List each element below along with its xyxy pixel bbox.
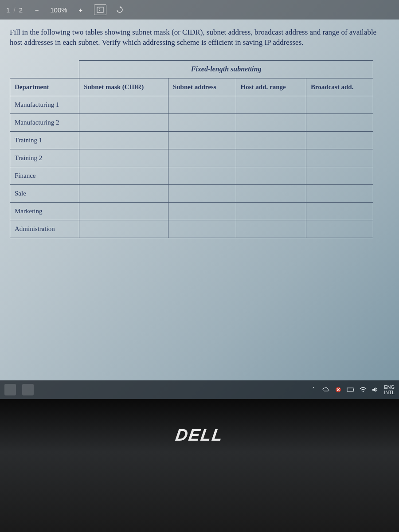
page-separator: / xyxy=(14,6,16,14)
laptop-bezel: DELL xyxy=(0,399,399,532)
cell-broadcast xyxy=(306,202,373,220)
cell-addr xyxy=(168,113,236,131)
cell-addr xyxy=(168,184,236,202)
cell-broadcast xyxy=(306,131,373,149)
rotate-icon xyxy=(116,6,124,14)
lang-bottom: INTL xyxy=(384,390,395,395)
cell-hostrange xyxy=(236,131,306,149)
table-row: Training 1 xyxy=(10,131,373,149)
tray-status-icon[interactable] xyxy=(334,386,342,394)
onedrive-icon[interactable] xyxy=(322,386,330,394)
cell-addr xyxy=(168,202,236,220)
cell-mask xyxy=(79,167,168,184)
fit-page-button[interactable] xyxy=(94,4,106,15)
cell-broadcast xyxy=(306,220,373,238)
cell-addr xyxy=(168,167,236,184)
header-subnet-mask: Subnet mask (CIDR) xyxy=(79,78,168,96)
cell-addr xyxy=(168,220,236,238)
cell-addr xyxy=(168,149,236,167)
instruction-text: Fill in the following two tables showing… xyxy=(10,27,387,48)
taskbar-app-icon[interactable] xyxy=(22,384,34,395)
dell-logo: DELL xyxy=(174,426,224,445)
svg-rect-0 xyxy=(97,7,103,12)
header-department: Department xyxy=(10,78,79,96)
taskbar-app-icon[interactable] xyxy=(4,384,16,395)
cell-mask xyxy=(79,149,168,167)
cell-hostrange xyxy=(236,113,306,131)
cell-hostrange xyxy=(236,149,306,167)
svg-point-6 xyxy=(363,391,364,392)
cell-department: Sale xyxy=(10,184,79,202)
cell-department: Training 1 xyxy=(10,131,79,149)
cell-hostrange xyxy=(236,184,306,202)
page-indicator: 1 / 2 xyxy=(6,6,23,14)
screen: 1 / 2 − 100% + Fill in the following two… xyxy=(0,0,399,399)
table-row: Sale xyxy=(10,184,373,202)
zoom-level: 100% xyxy=(50,6,67,14)
table-title: Fixed-length subnetting xyxy=(79,60,373,78)
cell-broadcast xyxy=(306,167,373,184)
table-row: Manufacturing 1 xyxy=(10,96,373,113)
volume-icon[interactable] xyxy=(372,386,379,394)
cell-hostrange xyxy=(236,202,306,220)
cell-hostrange xyxy=(236,96,306,113)
subnet-table: Fixed-length subnetting Department Subne… xyxy=(10,60,373,238)
header-broadcast: Broadcast add. xyxy=(306,78,373,96)
cell-broadcast xyxy=(306,184,373,202)
cell-department: Finance xyxy=(10,167,79,184)
table-corner-blank xyxy=(10,60,79,78)
cell-hostrange xyxy=(236,220,306,238)
svg-point-1 xyxy=(99,8,100,9)
cell-department: Manufacturing 2 xyxy=(10,113,79,131)
fit-page-icon xyxy=(97,7,104,13)
svg-rect-4 xyxy=(347,388,353,391)
zoom-in-button[interactable]: + xyxy=(75,4,86,15)
cell-broadcast xyxy=(306,149,373,167)
cell-addr xyxy=(168,131,236,149)
cell-broadcast xyxy=(306,96,373,113)
cell-department: Manufacturing 1 xyxy=(10,96,79,113)
cell-mask xyxy=(79,202,168,220)
table-row: Finance xyxy=(10,167,373,184)
pdf-toolbar: 1 / 2 − 100% + xyxy=(0,0,399,20)
table-header-row: Department Subnet mask (CIDR) Subnet add… xyxy=(10,78,373,96)
zoom-out-button[interactable]: − xyxy=(31,4,42,15)
table-row: Marketing xyxy=(10,202,373,220)
cell-mask xyxy=(79,131,168,149)
language-indicator[interactable]: ENG INTL xyxy=(384,384,395,395)
cell-department: Training 2 xyxy=(10,149,79,167)
document-area: Fill in the following two tables showing… xyxy=(0,20,399,399)
table-row: Manufacturing 2 xyxy=(10,113,373,131)
cell-department: Administration xyxy=(10,220,79,238)
system-tray: ˄ ENG INTL xyxy=(309,384,395,395)
windows-taskbar: ˄ ENG INTL xyxy=(0,380,399,399)
lang-top: ENG xyxy=(384,384,395,390)
svg-rect-5 xyxy=(353,389,354,391)
tray-chevron-up-icon[interactable]: ˄ xyxy=(309,386,317,394)
table-row: Training 2 xyxy=(10,149,373,167)
page-total: 2 xyxy=(19,6,23,14)
cell-broadcast xyxy=(306,113,373,131)
wifi-icon[interactable] xyxy=(359,386,367,394)
table-row: Administration xyxy=(10,220,373,238)
page-current: 1 xyxy=(6,6,11,14)
cell-mask xyxy=(79,113,168,131)
taskbar-left xyxy=(4,384,34,395)
cell-mask xyxy=(79,96,168,113)
header-subnet-address: Subnet address xyxy=(168,78,236,96)
battery-icon[interactable] xyxy=(347,386,355,394)
cell-mask xyxy=(79,220,168,238)
cell-hostrange xyxy=(236,167,306,184)
rotate-button[interactable] xyxy=(114,4,125,15)
header-host-range: Host add. range xyxy=(236,78,306,96)
svg-point-2 xyxy=(99,10,100,11)
cell-department: Marketing xyxy=(10,202,79,220)
cell-mask xyxy=(79,184,168,202)
cell-addr xyxy=(168,96,236,113)
